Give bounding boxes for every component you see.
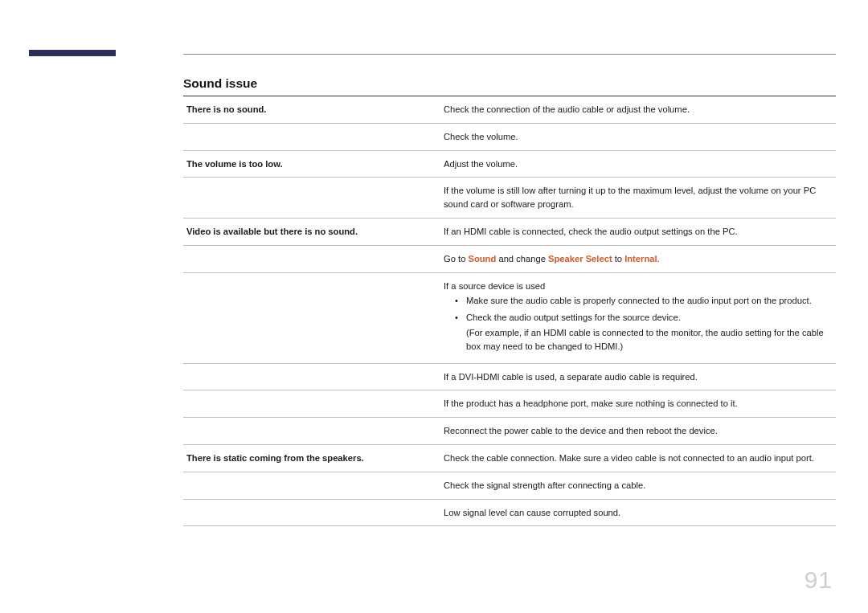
table-row: Go to Sound and change Speaker Select to… xyxy=(183,245,836,272)
table-row: If the volume is still low after turning… xyxy=(183,178,836,219)
table-row: Low signal level can cause corrupted sou… xyxy=(183,499,836,526)
solution-cell: Reconnect the power cable to the device … xyxy=(440,418,836,445)
issue-label xyxy=(183,499,440,526)
issue-label xyxy=(183,123,440,150)
issue-label xyxy=(183,178,440,219)
solution-cell: Check the signal strength after connecti… xyxy=(440,472,836,499)
table-row: Reconnect the power cable to the device … xyxy=(183,418,836,445)
table-row: If a source device is usedMake sure the … xyxy=(183,272,836,363)
solution-cell: If a source device is usedMake sure the … xyxy=(440,272,836,363)
section-title: Sound issue xyxy=(183,76,836,91)
issue-label xyxy=(183,390,440,418)
issue-label: Video is available but there is no sound… xyxy=(183,218,440,245)
solution-cell: Check the connection of the audio cable … xyxy=(440,96,836,124)
issue-label xyxy=(183,363,440,390)
issue-label: The volume is too low. xyxy=(183,150,440,178)
page: Sound issue There is no sound.Check the … xyxy=(0,0,868,613)
page-number: 91 xyxy=(805,566,833,594)
table-row: There is static coming from the speakers… xyxy=(183,444,836,472)
solution-cell: If the volume is still low after turning… xyxy=(440,178,836,219)
issue-label xyxy=(183,272,440,363)
solution-cell: Low signal level can cause corrupted sou… xyxy=(440,499,836,526)
solution-cell: If a DVI-HDMI cable is used, a separate … xyxy=(440,363,836,390)
solution-cell: If an HDMI cable is connected, check the… xyxy=(440,218,836,245)
header-rule xyxy=(183,54,836,55)
issue-label xyxy=(183,418,440,445)
solution-cell: Check the volume. xyxy=(440,123,836,150)
issue-label xyxy=(183,472,440,499)
solution-cell: Adjust the volume. xyxy=(440,150,836,178)
solution-cell: If the product has a headphone port, mak… xyxy=(440,390,836,418)
troubleshooting-table: There is no sound.Check the connection o… xyxy=(183,96,836,526)
solution-cell: Check the cable connection. Make sure a … xyxy=(440,444,836,472)
solution-cell: Go to Sound and change Speaker Select to… xyxy=(440,245,836,272)
table-row: Check the signal strength after connecti… xyxy=(183,472,836,499)
issue-label: There is static coming from the speakers… xyxy=(183,444,440,472)
table-row: Video is available but there is no sound… xyxy=(183,218,836,245)
issue-label xyxy=(183,245,440,272)
table-row: Check the volume. xyxy=(183,123,836,150)
content-area: Sound issue There is no sound.Check the … xyxy=(183,76,836,526)
table-row: If a DVI-HDMI cable is used, a separate … xyxy=(183,363,836,390)
issue-label: There is no sound. xyxy=(183,96,440,124)
table-row: There is no sound.Check the connection o… xyxy=(183,96,836,124)
header-accent-bar xyxy=(29,50,116,56)
table-row: The volume is too low.Adjust the volume. xyxy=(183,150,836,178)
table-row: If the product has a headphone port, mak… xyxy=(183,390,836,418)
